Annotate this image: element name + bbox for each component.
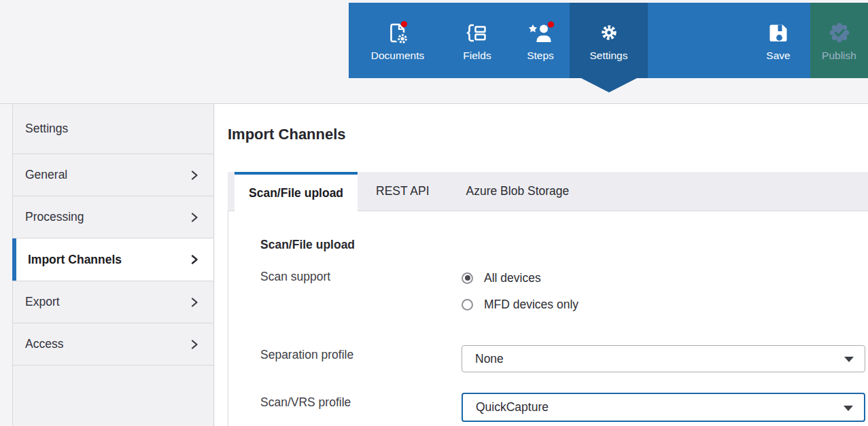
toolbar-publish-button[interactable]: Publish (810, 3, 868, 78)
sidebar-item-label: Processing (25, 210, 84, 224)
toolbar-documents-button[interactable]: Documents (364, 3, 432, 78)
chevron-right-icon (189, 338, 200, 351)
toolbar-fields-label: Fields (463, 50, 491, 62)
dropdown-caret-icon (844, 357, 854, 362)
chevron-right-icon (189, 253, 200, 266)
steps-notification-badge (548, 21, 554, 27)
top-toolbar: Documents Fields Steps (349, 3, 868, 78)
sidebar-item-access[interactable]: Access (13, 323, 213, 366)
tab-panel-scan-file-upload: Scan/File upload Scan support All device… (228, 211, 868, 426)
toolbar-save-label: Save (766, 50, 790, 62)
chevron-right-icon (189, 168, 200, 182)
radio-label: All devices (484, 271, 541, 285)
toolbar-save-button[interactable]: Save (751, 3, 805, 78)
sidebar-item-processing[interactable]: Processing (13, 196, 213, 238)
sidebar-item-label: Access (25, 337, 63, 351)
sidebar-item-label: Export (25, 295, 60, 309)
sidebar-item-export[interactable]: Export (13, 281, 213, 323)
scan-support-label: Scan support (260, 270, 330, 284)
scan-vrs-profile-dropdown[interactable]: QuickCapture (462, 393, 865, 422)
radio-mfd-devices-only[interactable]: MFD devices only (462, 296, 578, 313)
tab-bar: Scan/File upload REST API Azure Blob Sto… (228, 172, 868, 211)
tab-azure-blob-storage[interactable]: Azure Blob Storage (448, 172, 588, 211)
chevron-right-icon (189, 211, 200, 224)
sidebar-header: Settings (13, 104, 213, 154)
radio-label: MFD devices only (484, 298, 578, 312)
toolbar-publish-label: Publish (822, 50, 856, 62)
scan-support-radio-group: All devices MFD devices only (462, 269, 578, 322)
toolbar-steps-button[interactable]: Steps (511, 3, 570, 78)
toolbar-documents-label: Documents (371, 50, 424, 62)
fields-icon (464, 19, 491, 48)
main-content: Import Channels Scan/File upload REST AP… (215, 104, 868, 426)
sidebar-item-import-channels[interactable]: Import Channels (13, 238, 213, 281)
documents-notification-badge (401, 21, 407, 27)
radio-unselected-icon (462, 299, 473, 310)
radio-selected-icon (462, 272, 473, 284)
section-title: Scan/File upload (260, 238, 355, 252)
tab-rest-api[interactable]: REST API (358, 172, 447, 211)
radio-all-devices[interactable]: All devices (462, 269, 578, 287)
documents-icon (384, 19, 411, 48)
toolbar-settings-label: Settings (589, 50, 627, 62)
sidebar-item-label: Import Channels (28, 253, 122, 267)
app-page: Documents Fields Steps (0, 0, 868, 426)
separation-profile-dropdown[interactable]: None (462, 345, 865, 372)
sidebar-item-general[interactable]: General (13, 154, 213, 196)
settings-sidebar: Settings General Processing Import Chann… (12, 103, 214, 426)
sidebar-item-label: General (25, 168, 67, 182)
sidebar-header-label: Settings (25, 122, 68, 136)
chevron-right-icon (189, 296, 200, 309)
settings-active-pointer-icon (581, 78, 637, 92)
save-floppy-icon (765, 19, 792, 48)
tab-scan-file-upload[interactable]: Scan/File upload (235, 172, 358, 211)
page-title: Import Channels (228, 126, 346, 143)
gear-icon (595, 19, 623, 48)
separation-profile-label: Separation profile (260, 348, 353, 362)
toolbar-settings-button[interactable]: Settings (570, 3, 648, 78)
dropdown-value: QuickCapture (476, 400, 549, 414)
publish-seal-check-icon (826, 19, 853, 48)
dropdown-value: None (475, 352, 504, 366)
scan-vrs-profile-label: Scan/VRS profile (260, 395, 351, 410)
toolbar-fields-button[interactable]: Fields (447, 3, 508, 78)
steps-icon (525, 19, 555, 48)
dropdown-caret-icon (844, 406, 853, 411)
toolbar-steps-label: Steps (527, 50, 554, 62)
